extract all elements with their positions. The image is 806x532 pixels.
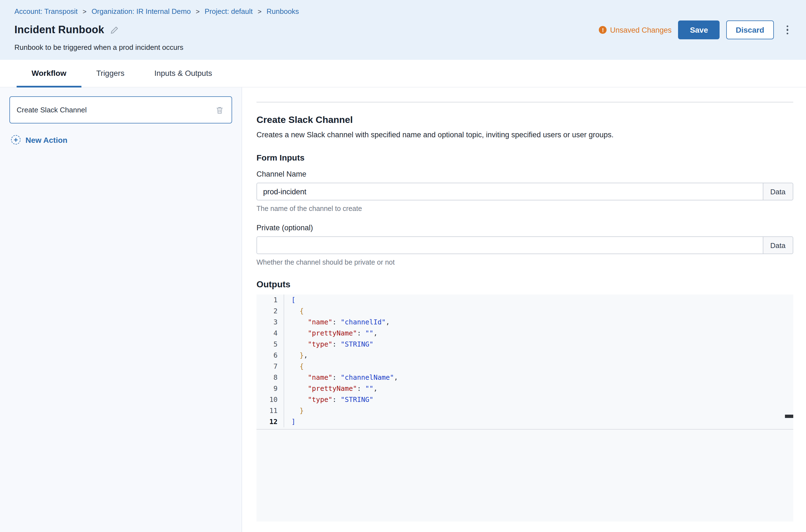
action-card-create-slack-channel[interactable]: Create Slack Channel xyxy=(10,96,232,124)
private-input[interactable] xyxy=(256,236,763,254)
breadcrumb-organization-link[interactable]: Organization: IR Internal Demo xyxy=(91,7,190,16)
line-number: 4 xyxy=(256,328,284,339)
new-action-label: New Action xyxy=(25,135,67,144)
breadcrumb-separator: > xyxy=(83,7,87,15)
warning-icon: ! xyxy=(599,26,607,34)
code-line: 3 "name": "channelId", xyxy=(256,317,793,328)
detail-top-divider xyxy=(256,102,793,102)
delete-action-button[interactable] xyxy=(214,104,225,115)
unsaved-changes-label: Unsaved Changes xyxy=(610,26,672,34)
line-number: 9 xyxy=(256,383,284,394)
breadcrumb-separator: > xyxy=(258,7,261,15)
runbook-subtitle: Runbook to be triggered when a prod inci… xyxy=(14,43,792,52)
private-data-button[interactable]: Data xyxy=(763,236,793,254)
title-row: Incident Runbook ! Unsaved Changes Save … xyxy=(14,20,792,39)
line-number: 6 xyxy=(256,350,284,361)
edit-title-button[interactable] xyxy=(110,26,118,34)
outputs-heading: Outputs xyxy=(256,280,793,289)
line-number: 7 xyxy=(256,361,284,372)
code-line: 12] xyxy=(256,416,793,428)
action-detail-title: Create Slack Channel xyxy=(256,115,793,126)
code-line: 10 "type": "STRING" xyxy=(256,394,793,405)
code-line: 2 { xyxy=(256,306,793,317)
form-inputs-heading: Form Inputs xyxy=(256,153,793,162)
code-line: 7 { xyxy=(256,361,793,372)
tab-bar: Workflow Triggers Inputs & Outputs xyxy=(0,60,806,88)
breadcrumb-runbooks-link[interactable]: Runbooks xyxy=(267,7,299,16)
kebab-menu-icon[interactable] xyxy=(783,23,792,37)
breadcrumb-account-link[interactable]: Account: Transposit xyxy=(14,7,77,16)
private-helper-text: Whether the channel should be private or… xyxy=(256,259,793,266)
line-number: 11 xyxy=(256,405,284,416)
code-lines: 1[2 {3 "name": "channelId",4 "prettyName… xyxy=(256,294,793,428)
channel-name-label: Channel Name xyxy=(256,170,793,178)
outputs-code-editor[interactable]: 1[2 {3 "name": "channelId",4 "prettyName… xyxy=(256,294,793,521)
action-description: Creates a new Slack channel with specifi… xyxy=(256,130,793,139)
breadcrumb-separator: > xyxy=(196,7,200,15)
line-number: 3 xyxy=(256,317,284,328)
code-line: 9 "prettyName": "", xyxy=(256,383,793,394)
body: Create Slack Channel + New Action Create… xyxy=(0,88,806,532)
line-number: 12 xyxy=(256,416,284,428)
tab-workflow[interactable]: Workflow xyxy=(17,60,81,88)
line-number: 5 xyxy=(256,339,284,350)
editor-divider-line xyxy=(256,429,793,430)
new-action-plus-icon: + xyxy=(11,135,20,145)
channel-name-input[interactable] xyxy=(256,183,763,201)
tab-inputs-outputs[interactable]: Inputs & Outputs xyxy=(139,60,227,88)
code-line: 1[ xyxy=(256,294,793,306)
code-line: 8 "name": "channelName", xyxy=(256,372,793,383)
channel-name-input-group: Data xyxy=(256,183,793,201)
action-detail-panel: Create Slack Channel Creates a new Slack… xyxy=(242,88,806,532)
code-line: 6 }, xyxy=(256,350,793,361)
discard-button[interactable]: Discard xyxy=(726,20,774,39)
channel-name-helper-text: The name of the channel to create xyxy=(256,205,793,213)
code-line: 11 } xyxy=(256,405,793,416)
trash-icon xyxy=(216,106,224,114)
action-card-label: Create Slack Channel xyxy=(17,106,87,114)
private-field: Private (optional) Data Whether the chan… xyxy=(256,224,793,266)
breadcrumb: Account: Transposit > Organization: IR I… xyxy=(14,7,792,16)
line-number: 1 xyxy=(256,294,284,306)
code-line: 5 "type": "STRING" xyxy=(256,339,793,350)
tab-triggers[interactable]: Triggers xyxy=(81,60,140,88)
header-actions: ! Unsaved Changes Save Discard xyxy=(599,20,792,39)
line-number: 8 xyxy=(256,372,284,383)
app-root: Account: Transposit > Organization: IR I… xyxy=(0,0,806,532)
code-line: 4 "prettyName": "", xyxy=(256,328,793,339)
channel-name-field: Channel Name Data The name of the channe… xyxy=(256,170,793,213)
new-action-button[interactable]: + New Action xyxy=(11,135,232,145)
workflow-sidebar: Create Slack Channel + New Action xyxy=(0,88,242,532)
breadcrumb-project-link[interactable]: Project: default xyxy=(205,7,253,16)
page-header: Account: Transposit > Organization: IR I… xyxy=(0,0,806,60)
pencil-icon xyxy=(110,26,118,34)
line-number: 10 xyxy=(256,394,284,405)
line-number: 2 xyxy=(256,306,284,317)
channel-name-data-button[interactable]: Data xyxy=(763,183,793,201)
save-button[interactable]: Save xyxy=(678,20,719,39)
private-label: Private (optional) xyxy=(256,224,793,232)
editor-scrollbar-thumb[interactable] xyxy=(785,415,793,418)
unsaved-changes-badge: ! Unsaved Changes xyxy=(599,26,672,34)
page-title: Incident Runbook xyxy=(14,24,104,36)
private-input-group: Data xyxy=(256,236,793,254)
